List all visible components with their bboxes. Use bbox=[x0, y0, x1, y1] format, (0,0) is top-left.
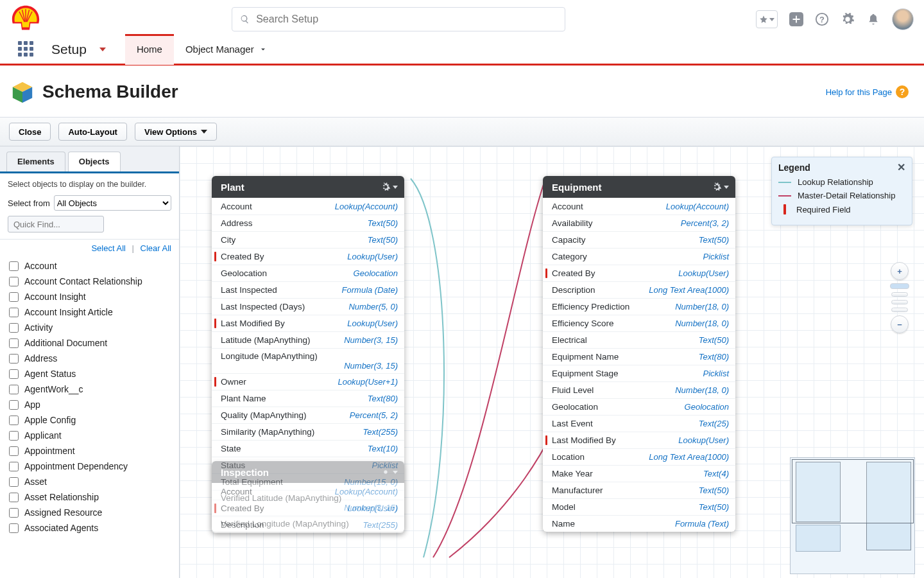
field-row[interactable]: Make YearText(4) bbox=[543, 465, 735, 482]
entity-equipment[interactable]: Equipment AccountLookup(Account)Availabi… bbox=[543, 176, 735, 532]
field-row[interactable]: Efficiency ScoreNumber(18, 0) bbox=[543, 315, 735, 331]
object-checkbox[interactable] bbox=[9, 338, 19, 348]
global-search[interactable] bbox=[232, 7, 565, 31]
field-row[interactable]: OwnerLookup(User+1) bbox=[212, 373, 404, 390]
object-checkbox[interactable] bbox=[9, 323, 19, 333]
field-row[interactable]: Fluid LevelNumber(18, 0) bbox=[543, 381, 735, 398]
settings-button[interactable] bbox=[841, 12, 855, 26]
quick-find-input[interactable] bbox=[8, 216, 104, 232]
field-row[interactable]: DescriptionLong Text Area(1000) bbox=[543, 281, 735, 298]
field-row[interactable]: Latitude (MapAnything)Number(3, 15) bbox=[212, 331, 404, 348]
view-options-button[interactable]: View Options bbox=[135, 123, 217, 141]
clear-all-link[interactable]: Clear All bbox=[141, 243, 171, 253]
object-list-item[interactable]: Agent Status bbox=[0, 366, 179, 381]
field-row[interactable]: CapacityText(50) bbox=[543, 231, 735, 248]
object-list-item[interactable]: Applicant bbox=[0, 428, 179, 443]
object-checkbox[interactable] bbox=[9, 446, 19, 456]
object-checkbox[interactable] bbox=[9, 354, 19, 363]
field-row[interactable]: StateText(10) bbox=[212, 440, 404, 457]
zoom-in-button[interactable]: + bbox=[891, 262, 909, 280]
field-row[interactable]: AccountLookup(Account) bbox=[212, 483, 404, 500]
zoom-step[interactable] bbox=[891, 292, 908, 297]
object-list-item[interactable]: Asset bbox=[0, 474, 179, 489]
entity-inspection[interactable]: Inspection AccountLookup(Account)Created… bbox=[212, 461, 404, 533]
object-checkbox[interactable] bbox=[9, 261, 19, 271]
field-row[interactable]: Created ByLookup(User) bbox=[543, 265, 735, 281]
object-checkbox[interactable] bbox=[9, 508, 19, 518]
object-list-item[interactable]: App bbox=[0, 397, 179, 412]
object-checkbox[interactable] bbox=[9, 416, 19, 425]
field-row[interactable]: Equipment NameText(80) bbox=[543, 348, 735, 365]
zoom-step[interactable] bbox=[891, 308, 908, 312]
field-row[interactable]: Last InspectedFormula (Date) bbox=[212, 281, 404, 298]
object-checkbox[interactable] bbox=[9, 462, 19, 471]
entity-menu-button[interactable] bbox=[381, 182, 398, 192]
object-list-item[interactable]: Address bbox=[0, 351, 179, 366]
tab-home[interactable]: Home bbox=[125, 34, 174, 65]
sidebar-tab-elements[interactable]: Elements bbox=[6, 152, 65, 171]
zoom-out-button[interactable]: − bbox=[891, 315, 909, 333]
minimap[interactable] bbox=[790, 457, 915, 574]
help-button[interactable]: ? bbox=[815, 12, 829, 26]
field-row[interactable]: AddressText(50) bbox=[212, 215, 404, 231]
field-row[interactable]: Longitude (MapAnything)Number(3, 15) bbox=[212, 348, 404, 373]
field-row[interactable]: Quality (MapAnything)Percent(5, 2) bbox=[212, 407, 404, 423]
field-row[interactable]: CategoryPicklist bbox=[543, 248, 735, 265]
object-checkbox[interactable] bbox=[9, 477, 19, 487]
field-row[interactable]: Created ByLookup(User) bbox=[212, 500, 404, 516]
field-row[interactable]: GeolocationGeolocation bbox=[543, 398, 735, 415]
field-row[interactable]: Efficiency PredictionNumber(18, 0) bbox=[543, 298, 735, 315]
field-row[interactable]: CityText(50) bbox=[212, 231, 404, 248]
object-checkbox[interactable] bbox=[9, 369, 19, 379]
field-row[interactable]: Last Modified ByLookup(User) bbox=[212, 315, 404, 331]
field-row[interactable]: Equipment StagePicklist bbox=[543, 365, 735, 381]
field-row[interactable]: Similarity (MapAnything)Text(255) bbox=[212, 423, 404, 440]
field-row[interactable]: GeolocationGeolocation bbox=[212, 265, 404, 281]
object-list-item[interactable]: AgentWork__c bbox=[0, 381, 179, 397]
field-row[interactable]: ManufacturerText(50) bbox=[543, 482, 735, 498]
field-row[interactable]: DescriptionText(255) bbox=[212, 516, 404, 533]
object-list-item[interactable]: Appointment Dependency bbox=[0, 459, 179, 474]
add-button[interactable] bbox=[789, 12, 803, 26]
select-all-link[interactable]: Select All bbox=[91, 243, 125, 253]
app-name[interactable]: Setup bbox=[51, 42, 106, 57]
entity-menu-button[interactable] bbox=[381, 467, 398, 477]
object-list-item[interactable]: Asset Relationship bbox=[0, 489, 179, 505]
object-list-item[interactable]: Appointment bbox=[0, 443, 179, 459]
field-row[interactable]: ModelText(50) bbox=[543, 498, 735, 515]
object-list-item[interactable]: Account bbox=[0, 258, 179, 274]
favorites-button[interactable] bbox=[756, 10, 778, 28]
legend-close-icon[interactable]: ✕ bbox=[897, 161, 905, 173]
object-list-item[interactable]: Associated Agents bbox=[0, 520, 179, 536]
object-list-item[interactable]: Account Insight bbox=[0, 289, 179, 304]
field-row[interactable]: Last Inspected (Days)Number(5, 0) bbox=[212, 298, 404, 315]
object-list-item[interactable]: Account Contact Relationship bbox=[0, 274, 179, 289]
object-list-item[interactable]: Account Insight Article bbox=[0, 304, 179, 320]
object-checkbox[interactable] bbox=[9, 400, 19, 410]
auto-layout-button[interactable]: Auto-Layout bbox=[58, 123, 127, 141]
notifications-button[interactable] bbox=[866, 12, 880, 26]
search-input[interactable] bbox=[256, 13, 557, 25]
field-row[interactable]: LocationLong Text Area(1000) bbox=[543, 448, 735, 465]
object-list-item[interactable]: Assigned Resource bbox=[0, 505, 179, 520]
app-launcher-icon[interactable] bbox=[18, 41, 35, 58]
object-list-item[interactable]: Additional Document bbox=[0, 335, 179, 351]
field-row[interactable]: Created ByLookup(User) bbox=[212, 248, 404, 265]
field-row[interactable]: NameFormula (Text) bbox=[543, 515, 735, 532]
zoom-level-indicator[interactable] bbox=[890, 283, 909, 289]
field-row[interactable]: Last EventText(25) bbox=[543, 415, 735, 432]
object-list[interactable]: AccountAccount Contact RelationshipAccou… bbox=[0, 258, 179, 578]
field-row[interactable]: AvailabilityPercent(3, 2) bbox=[543, 215, 735, 231]
select-from-dropdown[interactable]: All Objects bbox=[54, 195, 171, 211]
zoom-step[interactable] bbox=[891, 300, 908, 304]
help-for-page-link[interactable]: Help for this Page ? bbox=[826, 85, 909, 98]
object-checkbox[interactable] bbox=[9, 308, 19, 317]
sidebar-tab-objects[interactable]: Objects bbox=[68, 152, 121, 171]
object-checkbox[interactable] bbox=[9, 277, 19, 286]
object-checkbox[interactable] bbox=[9, 493, 19, 502]
user-avatar[interactable] bbox=[892, 8, 914, 30]
field-row[interactable]: AccountLookup(Account) bbox=[543, 198, 735, 215]
field-row[interactable]: AccountLookup(Account) bbox=[212, 198, 404, 215]
field-row[interactable]: Plant NameText(80) bbox=[212, 390, 404, 407]
object-checkbox[interactable] bbox=[9, 385, 19, 394]
